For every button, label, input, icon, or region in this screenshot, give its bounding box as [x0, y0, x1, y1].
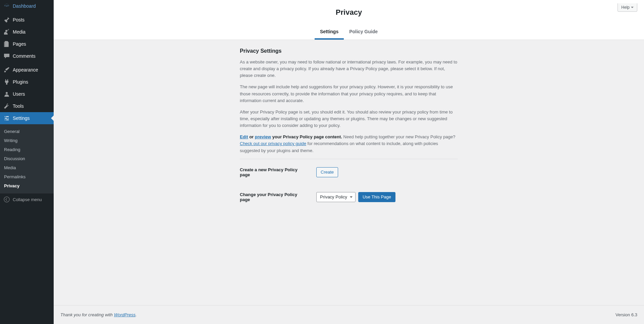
preview-link[interactable]: preview [255, 134, 271, 139]
help-tab[interactable]: Help [618, 3, 637, 12]
section-title: Privacy Settings [240, 48, 458, 54]
create-button[interactable]: Create [316, 167, 338, 177]
page-title: Privacy [54, 3, 644, 25]
tab-settings[interactable]: Settings [315, 25, 344, 40]
pp-bold: your Privacy Policy page content. [271, 134, 342, 139]
submenu-item-media[interactable]: Media [0, 163, 54, 172]
submenu-item-permalinks[interactable]: Permalinks [0, 172, 54, 181]
intro-paragraph-2: The new page will include help and sugge… [240, 84, 458, 104]
sliders-icon [3, 115, 10, 122]
svg-point-1 [6, 92, 8, 94]
chevron-down-icon [631, 7, 634, 9]
submenu-item-discussion[interactable]: Discussion [0, 154, 54, 163]
edit-link[interactable]: Edit [240, 134, 248, 139]
sidebar-item-users[interactable]: Users [0, 88, 54, 100]
plug-icon [3, 79, 10, 85]
tabs-nav: Settings Policy Guide [54, 25, 644, 40]
intro-paragraph-3: After your Privacy Policy page is set, y… [240, 109, 458, 129]
edit-preview-paragraph: Edit or preview your Privacy Policy page… [240, 134, 458, 154]
sidebar-item-label: Appearance [13, 67, 38, 73]
help-label: Help [621, 5, 630, 10]
page-body: Privacy Settings As a website owner, you… [54, 40, 644, 305]
submenu-item-writing[interactable]: Writing [0, 136, 54, 145]
page-footer: Thank you for creating with WordPress. V… [54, 305, 644, 324]
main-content: Help Privacy Settings Policy Guide Priva… [54, 0, 644, 324]
intro-paragraph-1: As a website owner, you may need to foll… [240, 59, 458, 79]
footer-credit: Thank you for creating with WordPress. [60, 312, 137, 317]
user-icon [3, 91, 10, 97]
sidebar-item-label: Posts [13, 17, 24, 22]
sidebar-item-media[interactable]: Media [0, 26, 54, 38]
brush-icon [3, 66, 10, 73]
need-help-text: Need help putting together your new Priv… [343, 134, 455, 139]
submenu-item-privacy[interactable]: Privacy [0, 181, 54, 190]
tab-policy-guide[interactable]: Policy Guide [344, 25, 383, 40]
change-row: Change your Privacy Policy page Privacy … [240, 192, 458, 202]
sidebar-item-label: Plugins [13, 79, 28, 85]
or-text: or [248, 134, 255, 139]
collapse-menu[interactable]: Collapse menu [0, 193, 54, 205]
svg-point-2 [4, 197, 9, 202]
sidebar-item-posts[interactable]: Posts [0, 14, 54, 26]
comment-icon [3, 53, 10, 59]
change-label: Change your Privacy Policy page [240, 192, 307, 202]
sidebar-item-plugins[interactable]: Plugins [0, 76, 54, 88]
page-header: Privacy Settings Policy Guide [54, 0, 644, 40]
footer-prefix: Thank you for creating with [60, 312, 114, 317]
sidebar-item-label: Comments [13, 53, 36, 59]
sidebar-item-label: Media [13, 29, 25, 35]
version-text: Version 6.3 [615, 312, 637, 317]
select-value: Privacy Policy [320, 194, 347, 199]
use-this-page-button[interactable]: Use This Page [358, 192, 395, 202]
divider [240, 159, 458, 159]
submenu-item-reading[interactable]: Reading [0, 145, 54, 154]
footer-suffix: . [136, 312, 137, 317]
submenu-item-general[interactable]: General [0, 127, 54, 136]
sidebar-item-pages[interactable]: Pages [0, 38, 54, 50]
sidebar-item-label: Pages [13, 41, 26, 47]
create-label: Create a new Privacy Policy page [240, 167, 307, 177]
sidebar-item-comments[interactable]: Comments [0, 50, 54, 62]
collapse-icon [3, 196, 10, 203]
pages-icon [3, 41, 10, 47]
sidebar-item-tools[interactable]: Tools [0, 100, 54, 112]
dashboard-icon [3, 3, 10, 9]
wordpress-link[interactable]: WordPress [114, 312, 136, 317]
sidebar-item-appearance[interactable]: Appearance [0, 64, 54, 76]
svg-point-0 [5, 30, 7, 32]
settings-submenu: General Writing Reading Discussion Media… [0, 124, 54, 193]
admin-sidebar: Dashboard Posts Media Pages Comments App… [0, 0, 54, 324]
media-icon [3, 29, 10, 35]
collapse-label: Collapse menu [13, 197, 42, 202]
sidebar-item-label: Tools [13, 103, 24, 109]
wrench-icon [3, 103, 10, 109]
sidebar-item-settings[interactable]: Settings [0, 112, 54, 124]
sidebar-item-label: Users [13, 91, 25, 97]
policy-guide-link[interactable]: Check out our privacy policy guide [240, 141, 306, 146]
sidebar-item-dashboard[interactable]: Dashboard [0, 0, 54, 12]
pin-icon [3, 16, 10, 23]
create-row: Create a new Privacy Policy page Create [240, 167, 458, 177]
sidebar-item-label: Settings [13, 115, 30, 121]
sidebar-item-label: Dashboard [13, 3, 36, 9]
privacy-page-select[interactable]: Privacy Policy [316, 192, 356, 202]
